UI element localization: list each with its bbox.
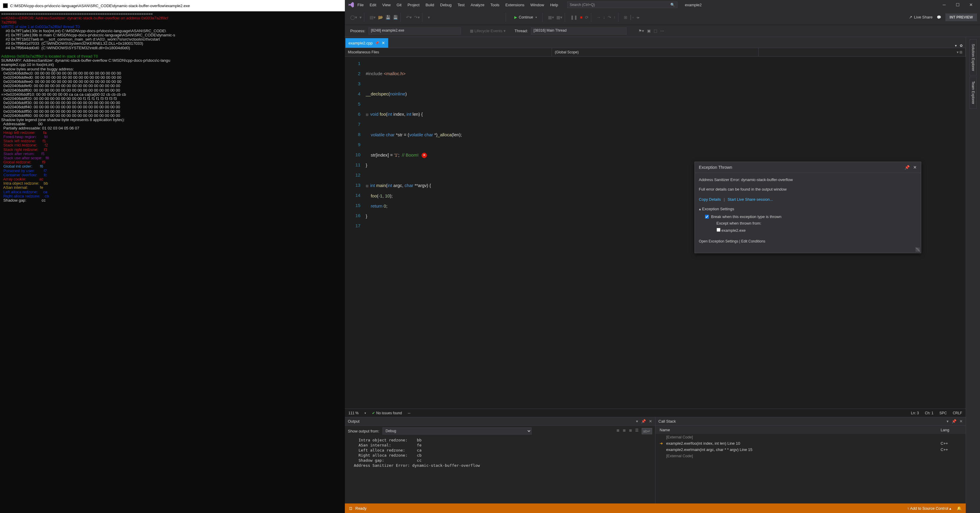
menu-debug[interactable]: Debug — [440, 3, 451, 7]
live-share-button[interactable]: ↗ Live Share — [909, 15, 932, 19]
vs-debug-toolbar: Process: [6248] example2.exe ▦ Lifecycle… — [345, 25, 980, 37]
thread-icon[interactable]: ⬚ — [654, 29, 657, 33]
menu-edit[interactable]: Edit — [370, 3, 376, 7]
cs-close-icon[interactable]: ✕ — [959, 419, 963, 424]
menu-window[interactable]: Window — [530, 3, 544, 7]
out-tool-3[interactable]: ≣ — [629, 428, 632, 434]
maximize-button[interactable]: ☐ — [955, 2, 961, 7]
copy-details-link[interactable]: Copy Details — [699, 197, 721, 202]
side-tool-tabs: Solution Explorer Team Explorer — [966, 37, 980, 513]
nav-scope-dropdown[interactable]: (Global Scope) — [552, 48, 759, 56]
output-body[interactable]: Intra object redzone: bb ASan internal: … — [345, 436, 655, 503]
menu-test[interactable]: Test — [458, 3, 465, 7]
lifecycle-events-button[interactable]: ▦ Lifecycle Events ▾ — [470, 29, 506, 33]
callstack-body[interactable]: [External Code]➜example2.exe!foo(int ind… — [655, 434, 966, 503]
tool-icon-2[interactable]: │▫ — [630, 15, 634, 20]
search-placeholder: Search (Ctrl+Q) — [570, 3, 595, 7]
callstack-row[interactable]: [External Code] — [655, 453, 966, 459]
thread-dropdown[interactable]: [38316] Main Thread — [531, 27, 627, 35]
cs-dropdown-icon[interactable]: ▾ — [947, 419, 949, 424]
notifications-icon[interactable]: 🔔 — [957, 506, 961, 511]
vs-search-box[interactable]: Search (Ctrl+Q) 🔍 — [567, 2, 678, 8]
exception-close-icon[interactable]: ✕ — [913, 165, 917, 170]
step-out-icon[interactable]: ↑ — [614, 15, 616, 20]
new-icon[interactable]: ▤▾ — [370, 15, 375, 20]
minimize-button[interactable]: ─ — [941, 2, 947, 7]
panel-close-icon[interactable]: ✕ — [649, 419, 652, 424]
debug-target-icon[interactable]: ▦▾ — [548, 15, 554, 20]
break-checkbox[interactable] — [705, 215, 709, 219]
menu-analyze[interactable]: Analyze — [471, 3, 484, 7]
tab-settings-icon[interactable]: ✿ — [960, 44, 963, 48]
undo-icon[interactable]: ↶▾ — [406, 15, 412, 20]
save-all-icon[interactable]: 💾 — [393, 15, 398, 20]
console-output: ========================================… — [0, 11, 345, 513]
close-button[interactable]: ✕ — [968, 2, 974, 7]
start-liveshare-link[interactable]: Start Live Share session... — [728, 197, 773, 202]
code-editor[interactable]: 1234567891011121314151617 #include <mall… — [345, 57, 966, 408]
open-exception-settings-link[interactable]: Open Exception Settings — [699, 239, 738, 243]
callstack-row[interactable]: example2.exe!main(int argc, char * * arg… — [655, 446, 966, 453]
nav-back-icon[interactable]: ◯▾ — [350, 15, 357, 20]
debug-windows-icon[interactable]: ▦▾ — [556, 15, 562, 20]
callstack-row[interactable]: ➜example2.exe!foo(int index, int len) Li… — [655, 440, 966, 446]
menu-git[interactable]: Git — [396, 3, 401, 7]
exception-settings-header[interactable]: ▴ Exception Settings — [699, 206, 917, 212]
except-label: Except when thrown from: — [717, 220, 782, 227]
open-icon[interactable]: 📂 — [378, 15, 383, 20]
out-tool-2[interactable]: ≣ — [623, 428, 626, 434]
source-control-button[interactable]: ↑ Add to Source Control ▴ — [907, 506, 951, 511]
team-explorer-tab[interactable]: Team Explorer — [970, 77, 977, 108]
menu-view[interactable]: View — [382, 3, 390, 7]
console-icon — [3, 3, 8, 8]
redo-icon[interactable]: ↷▾ — [414, 15, 420, 20]
menu-build[interactable]: Build — [425, 3, 434, 7]
process-dropdown[interactable]: [6248] example2.exe — [368, 27, 461, 35]
nav-member-dropdown[interactable]: ▾ ⊞ — [759, 48, 966, 56]
tab-example2[interactable]: example2.cpp 📌 ✕ — [345, 38, 388, 48]
cs-col-name: Name — [660, 428, 940, 432]
menu-help[interactable]: Help — [550, 3, 558, 7]
console-window: C:\MSDN\cpp-docs-pr\docs\c-language\ASAN… — [0, 0, 345, 513]
pause-button[interactable]: ❚❚ — [570, 15, 578, 20]
vs-toolbar: ◯▾ ▾ ▤▾ 📂 💾 💾 ↶▾ ↷▾ ▾ ▶ Continue ▾ ▦▾ ▦▾ — [345, 10, 980, 25]
out-tool-1[interactable]: ≣ — [616, 428, 620, 434]
stop-button[interactable]: ■ — [580, 15, 582, 20]
panel-dropdown-icon[interactable]: ▾ — [636, 419, 638, 424]
resize-grip-icon[interactable] — [916, 248, 920, 252]
out-tool-4[interactable]: ☰ — [635, 428, 639, 434]
tool-icon-1[interactable]: ⊞ — [624, 15, 627, 20]
callstack-row[interactable]: [External Code] — [655, 434, 966, 440]
feedback-icon[interactable]: 💬 — [937, 15, 941, 19]
stack-frame-icon[interactable]: ▣ — [647, 29, 651, 33]
step-into-icon[interactable]: ↓ — [603, 15, 605, 20]
nav-fwd-icon[interactable]: ▾ — [360, 15, 361, 20]
step-over-icon[interactable]: ↷ — [608, 15, 611, 20]
config-dropdown[interactable]: ▾ — [428, 15, 430, 20]
edit-conditions-link[interactable]: Edit Conditions — [741, 239, 765, 243]
restart-button[interactable]: ⟳ — [585, 15, 589, 20]
menu-extensions[interactable]: Extensions — [505, 3, 525, 7]
more-icon[interactable]: ⋯ — [660, 29, 664, 33]
menu-tools[interactable]: Tools — [490, 3, 500, 7]
document-tabs: example2.cpp 📌 ✕ ▾ ✿ — [345, 37, 966, 48]
flag-icon[interactable]: ⚑▾ — [638, 29, 644, 33]
show-next-icon[interactable]: → — [597, 15, 601, 20]
continue-button[interactable]: ▶ Continue ▾ — [511, 14, 540, 20]
tool-icon-3[interactable]: ▫▸ — [636, 15, 640, 20]
zoom-level[interactable]: 111 % — [348, 411, 359, 415]
pin-icon[interactable]: 📌 — [375, 41, 379, 45]
menu-file[interactable]: File — [357, 3, 364, 7]
save-icon[interactable]: 💾 — [385, 15, 390, 20]
nav-project-dropdown[interactable]: Miscellaneous Files — [345, 48, 552, 56]
menu-project[interactable]: Project — [407, 3, 420, 7]
solution-explorer-tab[interactable]: Solution Explorer — [970, 40, 977, 75]
except-item-checkbox[interactable] — [717, 228, 721, 232]
cs-pin-icon[interactable]: 📌 — [952, 419, 956, 424]
output-source-dropdown[interactable]: Debug — [382, 427, 531, 435]
tab-close-icon[interactable]: ✕ — [382, 41, 385, 45]
panel-pin-icon[interactable]: 📌 — [641, 419, 646, 424]
tab-dropdown-icon[interactable]: ▾ — [955, 44, 957, 48]
out-tool-5[interactable]: ab↵ — [642, 428, 652, 434]
exception-pin-icon[interactable]: 📌 — [905, 165, 910, 170]
